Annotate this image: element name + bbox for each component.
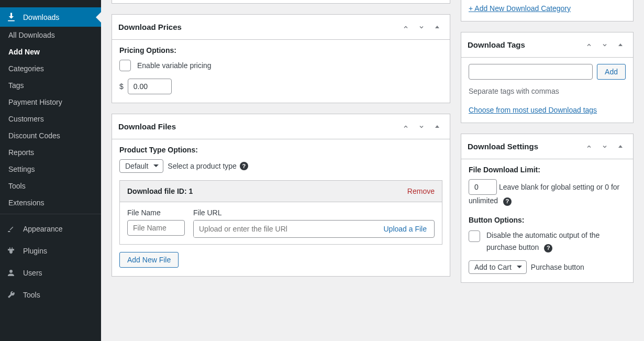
order-up-button[interactable] bbox=[399, 120, 412, 133]
sub-reports[interactable]: Reports bbox=[0, 144, 101, 161]
download-categories-box-partial: + Add New Download Category bbox=[461, 0, 634, 21]
menu-label: Appearance bbox=[23, 225, 63, 233]
limit-label: File Download Limit: bbox=[469, 166, 626, 174]
menu-tools[interactable]: Tools bbox=[0, 285, 101, 304]
product-type-hint: Select a product type bbox=[168, 162, 237, 170]
box-title: Download Settings bbox=[468, 142, 538, 151]
toggle-button[interactable] bbox=[614, 140, 627, 153]
center-column: Download Prices Pricing Options: Enable … bbox=[112, 0, 450, 341]
download-tags-box: Download Tags Add Separate tags with com… bbox=[461, 32, 634, 123]
variable-pricing-checkbox[interactable] bbox=[119, 60, 131, 71]
menu-label: Users bbox=[23, 269, 42, 277]
download-limit-input[interactable] bbox=[469, 179, 497, 195]
box-header: Download Files bbox=[112, 114, 450, 139]
download-files-box: Download Files Product Type Options: Def… bbox=[112, 114, 450, 277]
tag-hint: Separate tags with commas bbox=[469, 87, 626, 95]
sub-tools[interactable]: Tools bbox=[0, 178, 101, 194]
button-options-label: Button Options: bbox=[469, 216, 626, 224]
menu-appearance[interactable]: Appearance bbox=[0, 219, 101, 238]
purchase-button-select[interactable]: Add to Cart bbox=[469, 260, 527, 274]
menu-plugins[interactable]: Plugins bbox=[0, 241, 101, 260]
order-down-button[interactable] bbox=[415, 21, 428, 34]
price-input[interactable] bbox=[128, 79, 172, 94]
order-up-button[interactable] bbox=[583, 140, 595, 153]
order-down-button[interactable] bbox=[598, 39, 611, 51]
main-content: Download Prices Pricing Options: Enable … bbox=[101, 0, 644, 341]
choose-tags-link[interactable]: Choose from most used Download tags bbox=[469, 106, 597, 114]
select-value: Default bbox=[125, 162, 148, 170]
wrench-icon bbox=[5, 290, 17, 300]
spacer bbox=[0, 0, 101, 4]
downloads-icon bbox=[5, 12, 17, 22]
admin-sidebar: Downloads All Downloads Add New Categori… bbox=[0, 0, 101, 341]
toggle-button[interactable] bbox=[431, 21, 443, 34]
right-column: + Add New Download Category Download Tag… bbox=[461, 0, 634, 341]
add-new-file-button[interactable]: Add New File bbox=[119, 252, 179, 268]
brush-icon bbox=[5, 224, 17, 234]
file-url-label: File URL bbox=[193, 208, 435, 217]
downloads-submenu: All Downloads Add New Categories Tags Pa… bbox=[0, 27, 101, 211]
toggle-button[interactable] bbox=[614, 39, 627, 51]
purchase-hint: Purchase button bbox=[531, 263, 584, 271]
toggle-button[interactable] bbox=[431, 120, 443, 133]
tag-input[interactable] bbox=[469, 64, 593, 80]
sub-settings[interactable]: Settings bbox=[0, 161, 101, 178]
menu-label: Downloads bbox=[23, 13, 59, 21]
sub-all-downloads[interactable]: All Downloads bbox=[0, 27, 101, 43]
order-up-button[interactable] bbox=[399, 21, 412, 34]
add-category-link[interactable]: + Add New Download Category bbox=[469, 4, 571, 13]
file-name-input[interactable] bbox=[127, 220, 185, 236]
file-id-label: Download file ID: 1 bbox=[127, 187, 193, 195]
box-title: Download Files bbox=[118, 122, 176, 131]
sub-extensions[interactable]: Extensions bbox=[0, 194, 101, 211]
box-title: Download Tags bbox=[468, 40, 525, 49]
order-up-button[interactable] bbox=[583, 39, 595, 51]
add-tag-button[interactable]: Add bbox=[597, 64, 626, 80]
menu-downloads[interactable]: Downloads bbox=[0, 7, 101, 27]
partial-box-top bbox=[112, 0, 450, 4]
disable-purchase-label: Disable the automatic output of the purc… bbox=[486, 231, 599, 251]
disable-purchase-button-checkbox[interactable] bbox=[469, 230, 480, 242]
upload-file-button[interactable]: Upload a File bbox=[376, 221, 435, 237]
help-icon[interactable]: ? bbox=[503, 197, 512, 206]
file-row: Download file ID: 1 Remove File Name Fil… bbox=[119, 180, 442, 245]
box-title: Download Prices bbox=[118, 23, 182, 31]
sub-categories[interactable]: Categories bbox=[0, 60, 101, 77]
product-type-select[interactable]: Default bbox=[119, 159, 163, 173]
menu-label: Plugins bbox=[23, 247, 47, 255]
help-icon[interactable]: ? bbox=[544, 244, 552, 252]
menu-label: Tools bbox=[23, 291, 40, 299]
order-down-button[interactable] bbox=[598, 140, 611, 153]
file-url-input[interactable] bbox=[194, 221, 376, 237]
sub-tags[interactable]: Tags bbox=[0, 77, 101, 94]
sub-customers[interactable]: Customers bbox=[0, 111, 101, 127]
download-settings-box: Download Settings File Download Limit: L… bbox=[461, 134, 634, 283]
order-down-button[interactable] bbox=[415, 120, 428, 133]
select-value: Add to Cart bbox=[474, 263, 512, 271]
remove-file-link[interactable]: Remove bbox=[407, 187, 435, 195]
download-prices-box: Download Prices Pricing Options: Enable … bbox=[112, 14, 450, 103]
users-icon bbox=[5, 268, 17, 278]
sub-payment-history[interactable]: Payment History bbox=[0, 94, 101, 111]
plugin-icon bbox=[5, 246, 17, 256]
menu-users[interactable]: Users bbox=[0, 263, 101, 282]
variable-pricing-label: Enable variable pricing bbox=[137, 61, 212, 70]
sub-add-new[interactable]: Add New bbox=[0, 43, 101, 60]
pricing-options-label: Pricing Options: bbox=[119, 46, 442, 54]
product-type-label: Product Type Options: bbox=[119, 146, 442, 154]
file-name-label: File Name bbox=[127, 208, 185, 217]
box-header: Download Prices bbox=[112, 15, 450, 40]
currency-symbol: $ bbox=[119, 82, 124, 91]
help-icon[interactable]: ? bbox=[240, 162, 248, 170]
sub-discount-codes[interactable]: Discount Codes bbox=[0, 127, 101, 144]
